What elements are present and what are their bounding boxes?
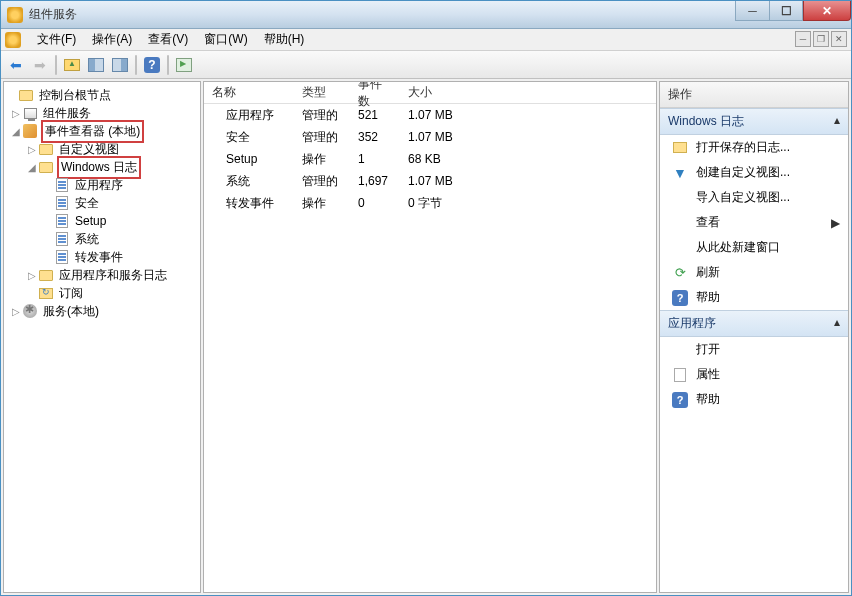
filter-icon: ▼ (672, 165, 688, 181)
cell-name: 应用程序 (218, 107, 294, 124)
tree-root[interactable]: 控制台根节点 (6, 86, 198, 104)
cell-size: 68 KB (400, 152, 656, 166)
cell-type: 管理的 (294, 129, 350, 146)
action-open[interactable]: 打开 (660, 337, 848, 362)
collapse-icon: ▴ (834, 113, 840, 130)
window-buttons: ─ ☐ ✕ (735, 1, 851, 21)
collapse-icon: ▴ (834, 315, 840, 332)
minimize-button[interactable]: ─ (735, 1, 769, 21)
blank-icon (672, 215, 688, 231)
cell-count: 1 (350, 152, 400, 166)
mdi-minimize-button[interactable]: ─ (795, 31, 811, 47)
toolbar: ? (1, 51, 851, 79)
submenu-arrow-icon: ▶ (831, 216, 840, 230)
actions-group-winlogs[interactable]: Windows 日志▴ (660, 108, 848, 135)
app-icon (7, 7, 23, 23)
blank-icon (672, 342, 688, 358)
tree-event-viewer[interactable]: ◢ 事件查看器 (本地) (6, 122, 198, 140)
close-button[interactable]: ✕ (803, 1, 851, 21)
menu-file[interactable]: 文件(F) (29, 29, 84, 50)
action-help-2[interactable]: ? 帮助 (660, 387, 848, 412)
tree-services-local[interactable]: ▷ 服务(本地) (6, 302, 198, 320)
forward-button[interactable] (29, 54, 51, 76)
action-properties[interactable]: 属性 (660, 362, 848, 387)
col-header-size[interactable]: 大小 (400, 84, 656, 101)
show-tree-button[interactable] (85, 54, 107, 76)
action-refresh[interactable]: ⟳ 刷新 (660, 260, 848, 285)
blank-icon (672, 240, 688, 256)
list-row[interactable]: 转发事件操作00 字节 (204, 192, 656, 214)
tree-windows-logs[interactable]: ◢ Windows 日志 (6, 158, 198, 176)
cell-type: 操作 (294, 195, 350, 212)
cell-name: 转发事件 (218, 195, 294, 212)
tree-security-log[interactable]: 安全 (6, 194, 198, 212)
menu-window[interactable]: 窗口(W) (196, 29, 255, 50)
tree-pane: 控制台根节点 ▷ 组件服务 ◢ 事件查看器 (本地) ▷ 自定义视图 ◢ Win… (3, 81, 201, 593)
content-area: 控制台根节点 ▷ 组件服务 ◢ 事件查看器 (本地) ▷ 自定义视图 ◢ Win… (1, 79, 851, 595)
tree-app-log[interactable]: 应用程序 (6, 176, 198, 194)
cell-count: 352 (350, 130, 400, 144)
action-create-custom[interactable]: ▼ 创建自定义视图... (660, 160, 848, 185)
cell-type: 管理的 (294, 173, 350, 190)
mdi-buttons: ─ ❐ ✕ (795, 31, 847, 47)
separator (135, 55, 137, 75)
cell-type: 操作 (294, 151, 350, 168)
separator (55, 55, 57, 75)
menubar: 文件(F) 操作(A) 查看(V) 窗口(W) 帮助(H) ─ ❐ ✕ (1, 29, 851, 51)
help-icon: ? (672, 290, 688, 306)
col-header-name[interactable]: 名称 (204, 84, 294, 101)
window-title: 组件服务 (29, 6, 77, 23)
actions-group-app[interactable]: 应用程序▴ (660, 310, 848, 337)
col-header-count[interactable]: 事件数 (350, 81, 400, 110)
cell-count: 0 (350, 196, 400, 210)
action-help[interactable]: ? 帮助 (660, 285, 848, 310)
action-view[interactable]: 查看 ▶ (660, 210, 848, 235)
cell-type: 管理的 (294, 107, 350, 124)
cell-name: 系统 (218, 173, 294, 190)
maximize-button[interactable]: ☐ (769, 1, 803, 21)
show-actions-button[interactable] (109, 54, 131, 76)
help-icon: ? (672, 392, 688, 408)
col-header-type[interactable]: 类型 (294, 84, 350, 101)
run-button[interactable] (173, 54, 195, 76)
tree-apps-services-logs[interactable]: ▷ 应用程序和服务日志 (6, 266, 198, 284)
cell-size: 1.07 MB (400, 130, 656, 144)
actions-pane: 操作 Windows 日志▴ 打开保存的日志... ▼ 创建自定义视图... 导… (659, 81, 849, 593)
action-new-window[interactable]: 从此处新建窗口 (660, 235, 848, 260)
folder-open-icon (672, 140, 688, 156)
back-button[interactable] (5, 54, 27, 76)
action-import-custom[interactable]: 导入自定义视图... (660, 185, 848, 210)
separator (167, 55, 169, 75)
action-open-saved[interactable]: 打开保存的日志... (660, 135, 848, 160)
cell-name: Setup (218, 152, 294, 166)
tree-subscriptions[interactable]: 订阅 (6, 284, 198, 302)
cell-count: 521 (350, 108, 400, 122)
list-pane: 名称 类型 事件数 大小 应用程序管理的5211.07 MB安全管理的3521.… (203, 81, 657, 593)
cell-name: 安全 (218, 129, 294, 146)
mdi-close-button[interactable]: ✕ (831, 31, 847, 47)
menubar-app-icon (5, 32, 21, 48)
list-row[interactable]: 系统管理的1,6971.07 MB (204, 170, 656, 192)
tree-system-log[interactable]: 系统 (6, 230, 198, 248)
cell-size: 1.07 MB (400, 174, 656, 188)
mdi-restore-button[interactable]: ❐ (813, 31, 829, 47)
list-header: 名称 类型 事件数 大小 (204, 82, 656, 104)
menu-help[interactable]: 帮助(H) (256, 29, 313, 50)
up-folder-button[interactable] (61, 54, 83, 76)
list-row[interactable]: Setup操作168 KB (204, 148, 656, 170)
cell-size: 0 字节 (400, 195, 656, 212)
list-row[interactable]: 安全管理的3521.07 MB (204, 126, 656, 148)
menu-action[interactable]: 操作(A) (84, 29, 140, 50)
tree-setup-log[interactable]: Setup (6, 212, 198, 230)
menu-view[interactable]: 查看(V) (140, 29, 196, 50)
blank-icon (672, 190, 688, 206)
list-row[interactable]: 应用程序管理的5211.07 MB (204, 104, 656, 126)
cell-count: 1,697 (350, 174, 400, 188)
cell-size: 1.07 MB (400, 108, 656, 122)
tree-forwarded-log[interactable]: 转发事件 (6, 248, 198, 266)
titlebar: 组件服务 ─ ☐ ✕ (1, 1, 851, 29)
help-button[interactable]: ? (141, 54, 163, 76)
refresh-icon: ⟳ (672, 265, 688, 281)
list-body: 应用程序管理的5211.07 MB安全管理的3521.07 MBSetup操作1… (204, 104, 656, 214)
actions-header: 操作 (660, 82, 848, 108)
